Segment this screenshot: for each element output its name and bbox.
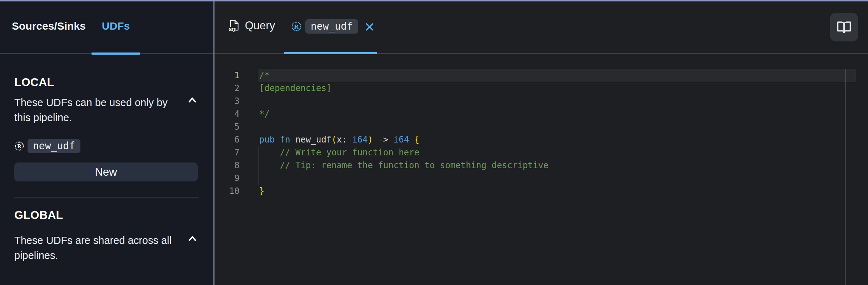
- code-line[interactable]: [259, 95, 548, 108]
- line-number: 7: [214, 146, 240, 159]
- code-line[interactable]: [259, 172, 548, 185]
- line-number: 8: [214, 159, 240, 172]
- sql-file-icon: SQL: [228, 20, 240, 32]
- line-number: 2: [214, 82, 240, 95]
- editor-code[interactable]: /*[dependencies]*/pub fn new_udf(x: i64)…: [259, 69, 548, 198]
- tab-udfs[interactable]: UDFs: [92, 20, 140, 32]
- overview-ruler-border: [845, 69, 846, 285]
- docs-button[interactable]: [830, 13, 858, 41]
- line-number: 3: [214, 95, 240, 108]
- active-tab-underline: [92, 52, 140, 55]
- local-udf-list-item[interactable]: R new_udf: [14, 138, 80, 154]
- new-udf-button[interactable]: New: [14, 162, 198, 181]
- code-line[interactable]: [259, 120, 548, 133]
- query-tab-label: Query: [245, 19, 275, 32]
- local-section-heading: LOCAL: [14, 76, 54, 89]
- code-line[interactable]: [dependencies]: [259, 82, 548, 95]
- udf-name-chip: new_udf: [28, 139, 80, 153]
- indent-guide: [258, 146, 259, 185]
- line-number: 5: [214, 120, 240, 133]
- udf-tab-name-chip: new_udf: [305, 19, 358, 34]
- line-number: 10: [214, 185, 240, 198]
- code-line[interactable]: /*: [259, 69, 548, 82]
- global-section-description: These UDFs are shared across all pipelin…: [14, 233, 176, 263]
- code-line[interactable]: pub fn new_udf(x: i64) -> i64 {: [259, 133, 548, 146]
- svg-text:R: R: [17, 143, 21, 149]
- rust-icon: R: [291, 21, 302, 32]
- rust-icon: R: [14, 141, 24, 151]
- close-icon[interactable]: ×: [364, 20, 375, 33]
- tab-new-udf[interactable]: R new_udf ×: [291, 19, 375, 34]
- line-number: 1: [214, 69, 240, 82]
- book-open-icon: [837, 20, 852, 35]
- line-number: 9: [214, 172, 240, 185]
- app-root: Sources/Sinks UDFs LOCAL These UDFs can …: [0, 0, 868, 285]
- svg-text:R: R: [294, 23, 299, 30]
- code-editor[interactable]: 12345678910 /*[dependencies]*/pub fn new…: [214, 54, 868, 285]
- tab-query[interactable]: SQL Query: [228, 19, 275, 32]
- code-line[interactable]: // Write your function here: [259, 146, 548, 159]
- svg-text:SQL: SQL: [229, 27, 238, 32]
- code-line[interactable]: }: [259, 185, 548, 198]
- chevron-up-icon: [186, 232, 199, 247]
- global-collapse-button[interactable]: [184, 231, 200, 247]
- code-line[interactable]: */: [259, 108, 548, 120]
- line-number: 6: [214, 133, 240, 146]
- local-collapse-button[interactable]: [184, 93, 200, 109]
- editor-panel: SQL Query R new_udf ×: [214, 1, 868, 285]
- line-number: 4: [214, 108, 240, 120]
- local-section-description: These UDFs can be used only by this pipe…: [14, 95, 176, 125]
- tab-sources-sinks[interactable]: Sources/Sinks: [12, 20, 86, 32]
- section-divider: [14, 197, 199, 198]
- global-section-heading: GLOBAL: [14, 209, 63, 222]
- code-line[interactable]: // Tip: rename the function to something…: [259, 159, 548, 172]
- editor-gutter: 12345678910: [214, 69, 240, 198]
- sidebar-tabbar: Sources/Sinks UDFs: [0, 1, 214, 55]
- sidebar: Sources/Sinks UDFs LOCAL These UDFs can …: [0, 1, 214, 285]
- chevron-up-icon: [186, 93, 199, 108]
